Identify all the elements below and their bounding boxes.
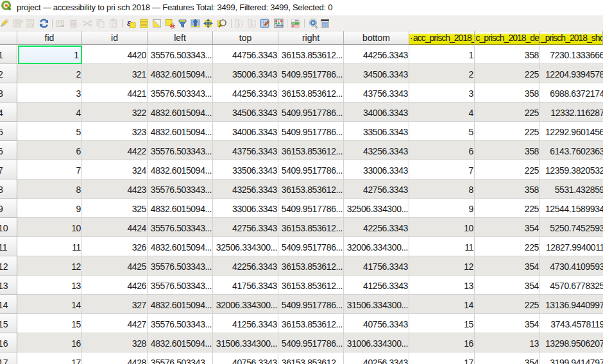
svg-text:ε: ε <box>127 18 131 28</box>
